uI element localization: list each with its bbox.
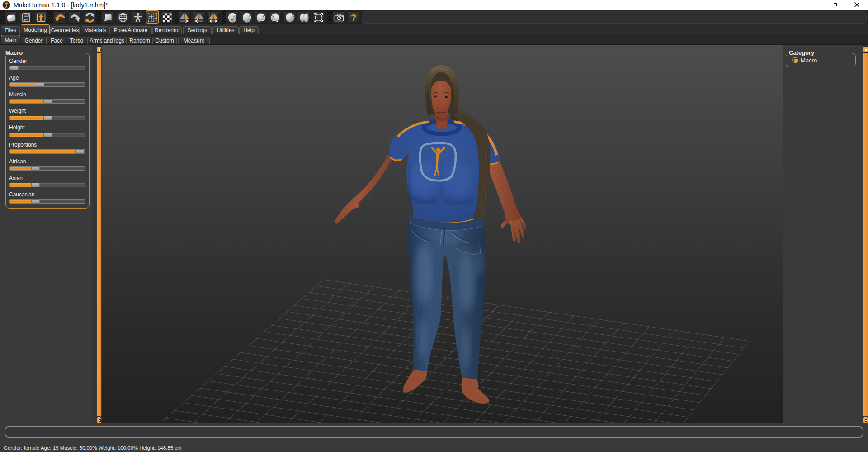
svg-text:?: ? [351, 12, 357, 23]
